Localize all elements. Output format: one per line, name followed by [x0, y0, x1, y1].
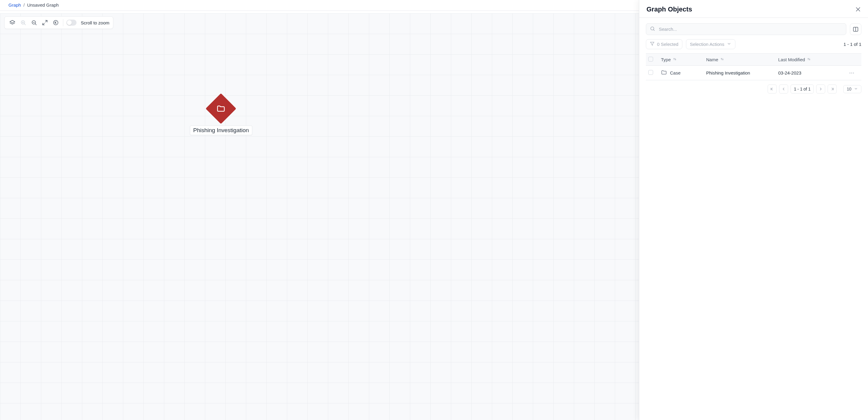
page-prev-icon[interactable] — [779, 84, 788, 93]
breadcrumb-separator: / — [24, 2, 25, 7]
svg-point-21 — [853, 73, 854, 73]
chevron-down-icon — [854, 87, 858, 92]
svg-line-9 — [43, 23, 44, 25]
page-range: 1 - 1 of 1 — [790, 84, 814, 93]
sort-icon — [673, 57, 677, 62]
page-size-value: 10 — [846, 87, 851, 91]
search-icon — [650, 26, 655, 32]
page-last-icon[interactable] — [828, 84, 837, 93]
svg-point-19 — [849, 73, 850, 73]
result-count: 1 - 1 of 1 — [844, 41, 861, 47]
svg-marker-0 — [10, 21, 15, 23]
page-next-icon[interactable] — [816, 84, 825, 93]
breadcrumb-root[interactable]: Graph — [8, 2, 21, 7]
layers-icon[interactable] — [8, 19, 17, 27]
scroll-zoom-label: Scroll to zoom — [81, 20, 110, 25]
col-name[interactable]: Name — [706, 57, 778, 62]
graph-node[interactable]: Phishing Investigation — [190, 98, 252, 135]
search-input[interactable] — [658, 26, 842, 32]
selected-chip[interactable]: 0 Selected — [646, 39, 682, 49]
svg-marker-18 — [650, 42, 654, 46]
breadcrumb-current: Unsaved Graph — [27, 2, 59, 7]
row-actions-icon[interactable] — [844, 70, 859, 76]
graph-node-label: Phishing Investigation — [190, 125, 252, 135]
canvas-toolbar: Scroll to zoom — [4, 16, 113, 29]
chevron-down-icon — [727, 41, 732, 47]
expand-icon[interactable] — [41, 19, 49, 27]
svg-point-10 — [54, 21, 58, 25]
folder-icon — [661, 69, 667, 76]
col-last-modified[interactable]: Last Modified — [778, 57, 844, 62]
rewind-icon[interactable] — [52, 19, 60, 27]
svg-line-2 — [24, 24, 25, 25]
scroll-zoom-toggle[interactable] — [66, 20, 76, 26]
page-first-icon[interactable] — [768, 84, 777, 93]
svg-point-20 — [851, 73, 852, 73]
svg-line-15 — [653, 30, 655, 31]
selection-actions-label: Selection Actions — [690, 41, 724, 47]
graph-objects-panel: Graph Objects — [639, 0, 868, 420]
close-icon[interactable] — [854, 5, 862, 13]
table-row[interactable]: Case Phishing Investigation 03-24-2023 — [646, 66, 861, 80]
search-input-wrap — [646, 23, 846, 35]
page-size-select[interactable]: 10 — [843, 85, 861, 93]
selection-actions-button[interactable]: Selection Actions — [686, 39, 735, 49]
zoom-out-icon[interactable] — [30, 19, 38, 27]
svg-line-8 — [45, 21, 47, 22]
sort-icon — [720, 57, 724, 62]
selected-count: 0 Selected — [657, 41, 678, 47]
panel-title: Graph Objects — [647, 5, 692, 13]
filter-icon — [650, 41, 655, 47]
select-all-checkbox[interactable] — [648, 57, 653, 61]
toolbar-divider — [63, 19, 63, 26]
row-checkbox[interactable] — [648, 70, 653, 75]
zoom-in-icon[interactable] — [19, 19, 27, 27]
columns-icon[interactable] — [850, 24, 861, 35]
case-node-icon — [206, 93, 237, 124]
table-header: Type Name Last Modified — [646, 54, 861, 66]
svg-line-6 — [35, 24, 36, 25]
svg-point-14 — [651, 27, 654, 30]
row-name: Phishing Investigation — [706, 70, 778, 76]
sort-icon — [807, 57, 811, 62]
pagination: 1 - 1 of 1 10 — [646, 84, 861, 93]
row-type: Case — [670, 70, 681, 76]
row-last-modified: 03-24-2023 — [778, 70, 844, 76]
objects-table: Type Name Last Modified — [646, 53, 861, 80]
col-type[interactable]: Type — [661, 57, 706, 62]
